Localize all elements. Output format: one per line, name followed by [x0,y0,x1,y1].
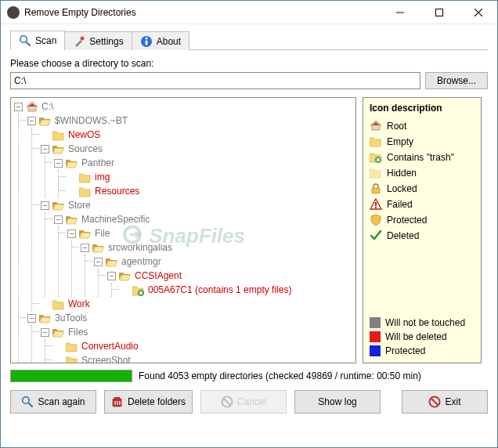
folder-icon [52,298,65,311]
folder-icon [39,115,52,128]
tree-node[interactable]: Work [67,298,92,311]
legend-label: Will not be touched [385,317,465,328]
tab-about[interactable]: About [132,31,189,50]
warning-icon [370,198,382,211]
shield-icon [370,214,382,226]
tree-node[interactable]: NewOS [67,128,102,142]
tab-settings[interactable]: Settings [64,31,132,50]
folder-icon [52,200,65,212]
button-label: Delete folders [128,396,186,407]
folder-icon [370,135,382,148]
scan-again-button[interactable]: Scan again [10,390,96,414]
tree-node[interactable]: Files [67,326,89,339]
tree-node[interactable]: Sources [67,143,104,156]
folder-icon [106,256,118,269]
browse-label: Browse... [437,75,476,86]
expand-toggle[interactable]: − [41,201,49,210]
legend-label: Protected [387,215,427,226]
trash-folder-icon [370,151,382,164]
delete-folders-button[interactable]: Delete folders [104,390,193,414]
folder-icon [66,157,78,170]
folder-icon [66,214,78,226]
expand-toggle[interactable]: − [27,117,36,125]
tree-node[interactable]: agentmgr [120,255,163,269]
cancel-icon [221,396,233,408]
progress-bar [10,370,132,382]
expand-toggle[interactable]: − [27,314,36,323]
folder-icon [79,228,92,240]
expand-toggle[interactable]: − [41,145,49,154]
minimize-button[interactable] [383,2,417,23]
directory-tree[interactable]: SnapFiles − C:\ − $WINDOWS.~BT [10,97,356,363]
home-icon [26,101,38,114]
search-icon [19,34,31,47]
expand-toggle[interactable]: − [67,229,76,238]
home-icon [370,120,382,132]
settings-icon [73,35,85,48]
legend-label: Deleted [387,230,419,241]
expand-toggle[interactable]: − [14,103,23,111]
tree-node[interactable]: ScreenShot [80,354,132,363]
button-label: Show log [318,396,356,407]
svg-rect-13 [436,9,443,16]
exit-icon [428,396,441,408]
maximize-button[interactable] [422,2,456,23]
legend-label: Hidden [387,168,417,179]
tab-label: Settings [89,36,123,47]
titlebar[interactable]: Remove Empty Directories [1,1,497,24]
legend-label: Failed [387,199,413,210]
tree-node[interactable]: ConvertAudio [80,340,140,353]
search-icon [21,396,34,408]
window-title: Remove Empty Directories [24,7,378,18]
expand-toggle[interactable]: − [54,215,63,224]
tab-label: Scan [35,35,56,46]
expand-toggle[interactable]: − [81,244,89,252]
legend-label: Empty [387,136,413,147]
expand-toggle[interactable]: − [94,258,103,266]
tree-node[interactable]: MachineSpecific [80,213,151,226]
app-icon [7,6,20,19]
legend-label: Locked [387,183,417,194]
tab-label: About [157,36,181,47]
tree-node[interactable]: Store [67,199,92,212]
minimize-icon [396,9,404,16]
tree-node[interactable]: CCSIAgent [133,269,183,283]
cancel-button: Cancel [200,390,287,414]
folder-icon [39,313,52,325]
tree-root[interactable]: C:\ [40,100,55,114]
tab-scan[interactable]: Scan [10,31,65,50]
legend-label: Contains "trash" [387,152,454,163]
trash-folder-icon [132,284,145,297]
folder-icon [92,242,105,255]
path-input[interactable] [10,72,420,89]
tree-node[interactable]: 005A67C1 (contains 1 empty files) [146,284,293,297]
chooser-label: Please choose a directory to scan: [10,58,153,69]
lock-icon [370,182,382,195]
hidden-folder-icon [370,167,382,179]
icon-legend: Icon description Root Empty Contains "tr… [363,97,482,363]
delete-icon [111,396,124,408]
legend-title: Icon description [370,103,475,114]
tree-node[interactable]: File [93,227,111,240]
expand-toggle[interactable]: − [54,159,63,168]
tree-node[interactable]: Resources [93,185,141,198]
maximize-icon [435,9,443,16]
button-label: Exit [445,396,460,407]
tree-node[interactable]: 3uTools [53,312,88,325]
show-log-button[interactable]: Show log [294,390,381,414]
browse-button[interactable]: Browse... [425,72,488,89]
tree-node[interactable]: Panther [80,157,116,170]
tree-node[interactable]: $WINDOWS.~BT [53,114,129,128]
close-button[interactable] [461,2,496,23]
tree-node[interactable]: srcworkingalias [106,241,174,255]
folder-icon [66,341,78,353]
button-label: Scan again [38,396,85,407]
expand-toggle[interactable]: − [41,328,49,337]
exit-button[interactable]: Exit [402,390,488,414]
legend-label: Protected [385,345,425,356]
expand-toggle[interactable]: − [107,272,116,280]
folder-icon [52,129,65,142]
legend-label: Root [387,121,406,132]
info-icon [140,35,153,48]
tree-node[interactable]: img [93,171,111,184]
